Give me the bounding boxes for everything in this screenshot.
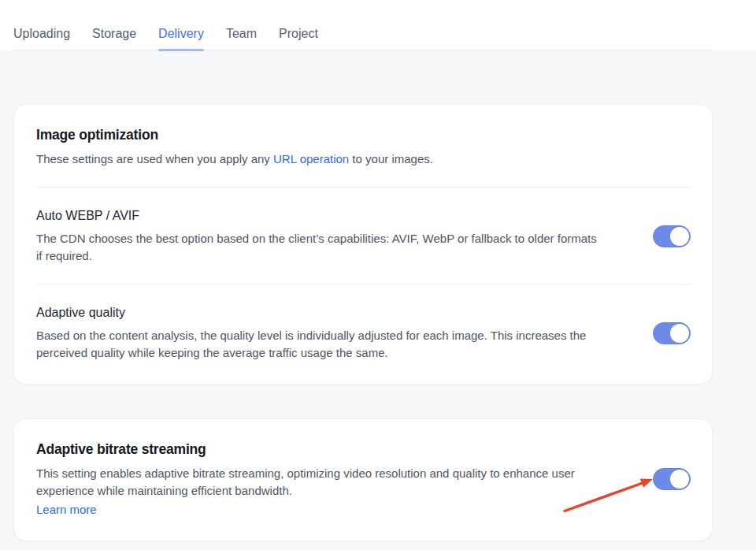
divider <box>36 187 691 188</box>
toggle-knob <box>670 227 689 246</box>
tab-list: Uploading Storage Delivery Team Project <box>13 27 713 50</box>
delivery-settings-content: Image optimization These settings are us… <box>0 50 756 541</box>
setting-title: Adaptive quality <box>36 304 621 321</box>
toggle-anchor <box>653 468 691 490</box>
description-text: to your images. <box>349 152 433 165</box>
tab-uploading[interactable]: Uploading <box>13 27 70 50</box>
adaptive-bitrate-card: Adaptive bitrate streaming This setting … <box>13 418 713 541</box>
setting-row-auto-webp-avif: Auto WEBP / AVIF The CDN chooses the bes… <box>36 207 691 265</box>
card-header: Image optimization These settings are us… <box>36 125 691 168</box>
toggle-knob <box>670 470 689 489</box>
toggle-anchor <box>653 322 691 344</box>
card-description: These settings are used when you apply a… <box>36 151 597 168</box>
learn-more-link[interactable]: Learn more <box>36 501 97 518</box>
setting-text: Adaptive quality Based on the content an… <box>36 304 621 362</box>
adaptive-quality-toggle[interactable] <box>653 322 691 344</box>
image-optimization-card: Image optimization These settings are us… <box>13 104 713 385</box>
card-title: Adaptive bitrate streaming <box>36 440 621 459</box>
divider <box>36 284 691 284</box>
setting-description: The CDN chooses the best option based on… <box>36 230 597 265</box>
setting-description: This setting enables adaptive bitrate st… <box>36 465 597 500</box>
url-operation-link[interactable]: URL operation <box>273 152 349 165</box>
tab-delivery[interactable]: Delivery <box>158 27 204 50</box>
toggle-anchor <box>653 225 691 247</box>
card-title: Image optimization <box>36 125 691 144</box>
setting-text: Adaptive bitrate streaming This setting … <box>36 440 621 518</box>
tab-storage[interactable]: Storage <box>92 27 136 50</box>
tab-project[interactable]: Project <box>279 27 318 50</box>
setting-title: Auto WEBP / AVIF <box>36 207 621 225</box>
setting-row-adaptive-quality: Adaptive quality Based on the content an… <box>36 304 691 362</box>
description-text: These settings are used when you apply a… <box>36 152 273 165</box>
tab-team[interactable]: Team <box>226 27 257 50</box>
setting-row-adaptive-bitrate: Adaptive bitrate streaming This setting … <box>36 440 691 518</box>
auto-webp-avif-toggle[interactable] <box>653 225 691 247</box>
setting-text: Auto WEBP / AVIF The CDN chooses the bes… <box>36 207 621 265</box>
setting-description: Based on the content analysis, the quali… <box>36 327 597 362</box>
tab-bar: Uploading Storage Delivery Team Project <box>0 0 756 50</box>
toggle-knob <box>670 324 689 343</box>
adaptive-bitrate-toggle[interactable] <box>653 468 691 490</box>
